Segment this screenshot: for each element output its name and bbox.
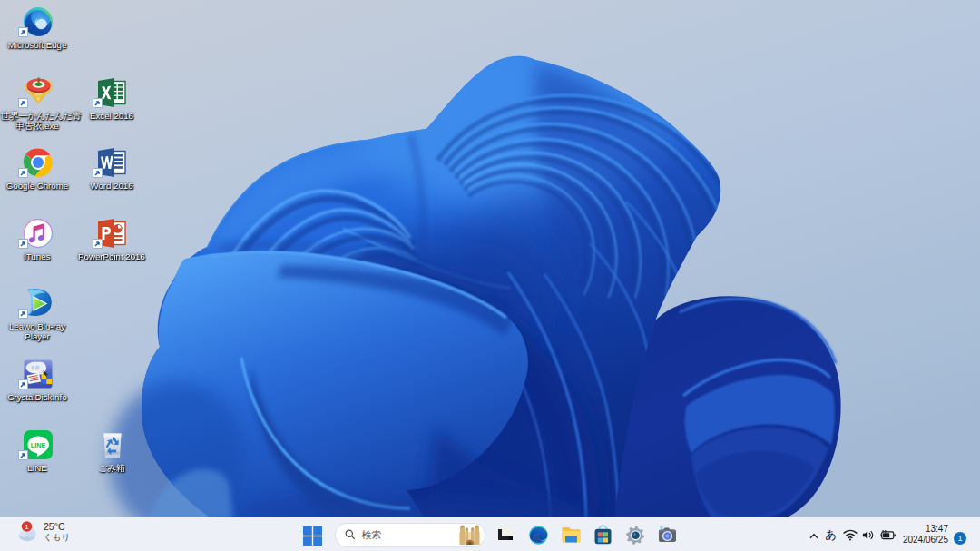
svg-text:LINE: LINE [31,441,46,449]
svg-text:1: 1 [24,523,29,531]
